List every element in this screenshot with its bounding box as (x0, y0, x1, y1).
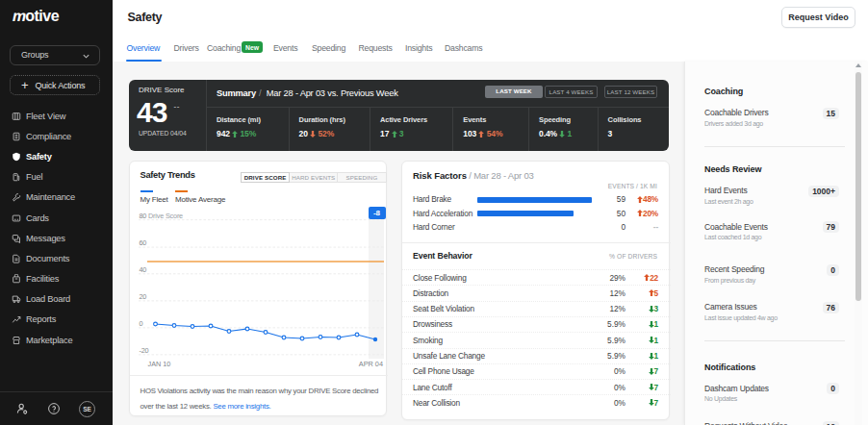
svg-text:20: 20 (140, 292, 147, 301)
svg-text:40: 40 (140, 265, 147, 274)
svg-text:80 Drive Score: 80 Drive Score (140, 212, 184, 220)
svg-text:0: 0 (140, 319, 143, 328)
svg-text:60: 60 (140, 238, 147, 247)
svg-text:-20: -20 (140, 346, 149, 355)
